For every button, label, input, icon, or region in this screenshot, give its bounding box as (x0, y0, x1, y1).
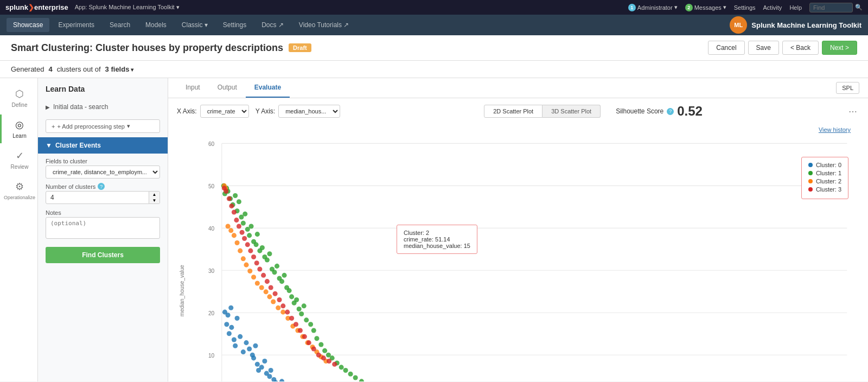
svg-point-132 (308, 322, 313, 327)
fields-to-cluster-select[interactable]: crime_rate, distance_to_employm... (3) (46, 165, 160, 179)
svg-point-47 (247, 346, 252, 351)
num-clusters-down[interactable]: ▼ (149, 198, 159, 203)
y-axis-select[interactable]: median_hous... (278, 105, 340, 118)
app-title[interactable]: App: Splunk Machine Learning Toolkit ▾ (75, 4, 180, 11)
admin-menu[interactable]: 1 Administrator ▾ (628, 4, 678, 11)
settings-menu[interactable]: Settings (734, 4, 756, 11)
notes-label: Notes (38, 209, 168, 217)
svg-point-213 (307, 340, 311, 345)
3d-scatter-btn[interactable]: 3D Scatter Plot (542, 105, 601, 118)
cluster-3-label: Cluster: 3 (816, 186, 841, 193)
svg-point-193 (234, 218, 239, 222)
svg-point-128 (297, 307, 302, 311)
sidebar-item-review[interactable]: ✓ Review (0, 145, 37, 174)
cluster-events-step[interactable]: ▼ Cluster Events (38, 137, 168, 154)
find-clusters-button[interactable]: Find Clusters (46, 247, 160, 263)
sidebar-item-define[interactable]: ⬡ Define (0, 84, 37, 112)
splunk-logo[interactable]: splunk❯enterprise (5, 3, 68, 11)
svg-point-209 (289, 316, 294, 321)
activity-menu[interactable]: Activity (763, 4, 782, 11)
nav-settings[interactable]: Settings (216, 18, 253, 32)
svg-point-214 (311, 346, 316, 351)
svg-point-119 (275, 264, 279, 269)
silhouette-help-icon[interactable]: ? (667, 108, 674, 115)
page-title: Smart Clustering: Cluster houses by prop… (11, 42, 311, 54)
svg-point-168 (280, 310, 285, 315)
find-input-wrap[interactable]: 🔍 (809, 3, 863, 12)
num-clusters-up[interactable]: ▲ (149, 192, 159, 198)
add-preprocessing-button[interactable]: + + Add preprocessing step ▾ (46, 119, 160, 133)
x-axis-select[interactable]: crime_rate (200, 105, 249, 118)
tab-evaluate[interactable]: Evaluate (246, 78, 290, 98)
cluster-3-dot (808, 187, 813, 192)
cancel-button[interactable]: Cancel (708, 41, 744, 55)
sidebar-item-learn[interactable]: ◎ Learn (0, 114, 37, 143)
svg-point-163 (259, 285, 264, 290)
svg-point-53 (259, 365, 264, 370)
svg-point-155 (232, 233, 237, 238)
cluster-0-label: Cluster: 0 (816, 162, 841, 168)
tab-output[interactable]: Output (209, 78, 246, 98)
svg-point-144 (359, 379, 364, 381)
sub-header-middle: clusters out of (57, 65, 101, 73)
svg-point-56 (267, 374, 272, 379)
notes-input[interactable] (46, 217, 160, 239)
nav-search[interactable]: Search (103, 18, 137, 32)
nav-video-tutorials[interactable]: Video Tutorials ↗ (292, 18, 356, 32)
num-clusters-help-icon[interactable]: ? (98, 183, 105, 190)
find-input[interactable] (809, 3, 853, 12)
back-button[interactable]: < Back (782, 41, 819, 55)
num-clusters-input[interactable] (46, 191, 149, 204)
svg-point-43 (233, 343, 238, 348)
svg-point-203 (265, 279, 270, 284)
svg-point-44 (238, 334, 242, 339)
svg-point-143 (353, 375, 358, 380)
svg-point-196 (242, 236, 247, 241)
help-menu[interactable]: Help (789, 4, 802, 11)
svg-point-100 (233, 193, 238, 198)
more-options-button[interactable]: ⋯ (846, 106, 859, 117)
nav-showcase[interactable]: Showcase (7, 18, 49, 32)
cluster-1-dot (808, 171, 813, 175)
svg-point-192 (232, 209, 237, 214)
view-history-link[interactable]: View history (819, 126, 851, 133)
svg-point-141 (343, 368, 348, 373)
svg-point-51 (255, 362, 260, 367)
svg-point-202 (261, 273, 266, 278)
fields-dropdown[interactable]: 3 fields (105, 65, 134, 73)
next-button[interactable]: Next > (822, 41, 857, 55)
svg-point-40 (232, 337, 237, 342)
main-content: ⬡ Define ◎ Learn ✓ Review ⚙ Operationali… (0, 78, 868, 381)
y-axis-label: Y Axis: (256, 107, 275, 115)
2d-scatter-btn[interactable]: 2D Scatter Plot (484, 105, 542, 118)
svg-point-38 (228, 305, 233, 310)
chevron-right-icon: ▶ (46, 104, 50, 110)
num-clusters-spinner: ▲ ▼ (149, 191, 160, 204)
tab-input[interactable]: Input (177, 78, 209, 98)
nav-classic[interactable]: Classic ▾ (175, 18, 214, 32)
sub-header-prefix: Generated (11, 65, 44, 73)
svg-point-191 (229, 203, 234, 208)
sidebar-item-operationalize[interactable]: ⚙ Operationalize (0, 176, 37, 205)
svg-point-142 (348, 372, 353, 377)
nav-models[interactable]: Models (139, 18, 173, 32)
nav-experiments[interactable]: Experiments (52, 18, 101, 32)
messages-badge: 2 (685, 4, 693, 11)
svg-text:20: 20 (208, 310, 215, 316)
spl-button[interactable]: SPL (836, 82, 859, 94)
save-button[interactable]: Save (748, 41, 779, 55)
steps-panel: Learn Data ▶ Initial data - search + + A… (38, 78, 168, 381)
svg-point-210 (293, 322, 298, 327)
svg-point-57 (269, 368, 273, 373)
nav-docs[interactable]: Docs ↗ (255, 18, 290, 32)
svg-point-115 (265, 258, 270, 263)
svg-point-201 (257, 267, 262, 272)
initial-data-step[interactable]: ▶ Initial data - search (38, 99, 168, 115)
svg-point-36 (226, 313, 231, 317)
messages-menu[interactable]: 2 Messages ▾ (685, 4, 726, 11)
svg-point-212 (302, 334, 307, 339)
sub-header: Generated 4 clusters out of 3 fields (0, 61, 868, 78)
svg-point-46 (244, 340, 248, 345)
top-bar-left: splunk❯enterprise App: Splunk Machine Le… (5, 3, 180, 11)
x-axis-control: X Axis: crime_rate (177, 105, 249, 118)
